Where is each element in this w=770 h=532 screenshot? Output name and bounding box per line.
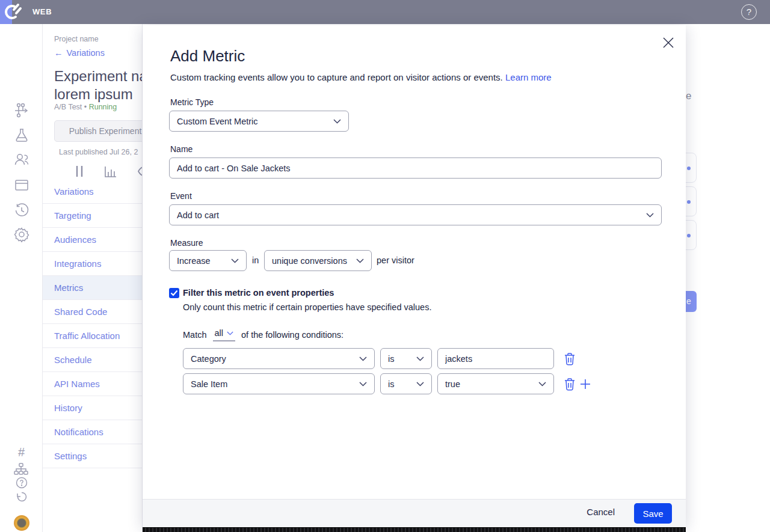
delete-condition-icon[interactable] bbox=[564, 352, 576, 365]
nav-item-variations[interactable]: Variations bbox=[43, 180, 143, 204]
nav-item-settings[interactable]: Settings bbox=[43, 444, 143, 468]
experiment-nav: Variations Targeting Audiences Integrati… bbox=[43, 180, 143, 468]
back-arrow-icon: ← bbox=[54, 48, 63, 58]
match-conditions-row: Match all of the following conditions: bbox=[183, 328, 343, 341]
nav-item-targeting[interactable]: Targeting bbox=[43, 204, 143, 228]
results-chart-icon[interactable] bbox=[103, 164, 118, 179]
chevron-down-icon bbox=[359, 356, 367, 361]
product-label: WEB bbox=[32, 7, 52, 16]
condition-property-select[interactable]: Sale Item bbox=[183, 373, 375, 394]
condition-row: Sale Item is true bbox=[183, 373, 664, 394]
top-bar: WEB ? bbox=[0, 0, 770, 24]
pages-icon[interactable] bbox=[14, 177, 29, 193]
pause-icon[interactable] bbox=[72, 164, 87, 179]
experiment-title: Experiment name lorem ipsum bbox=[54, 67, 143, 103]
delete-condition-icon[interactable] bbox=[564, 378, 576, 391]
history-icon[interactable] bbox=[14, 203, 29, 218]
cancel-button[interactable]: Cancel bbox=[587, 507, 615, 517]
condition-operator-select[interactable]: is bbox=[380, 373, 432, 394]
experiment-meta: A/B Test • Running bbox=[54, 103, 117, 111]
condition-property-select[interactable]: Category bbox=[183, 348, 375, 369]
help-icon[interactable]: ? bbox=[741, 4, 757, 20]
hash-icon[interactable]: # bbox=[0, 445, 43, 459]
last-published-text: Last published Jul 26, 2 bbox=[59, 148, 138, 156]
condition-row: Category is bbox=[183, 348, 664, 369]
condition-value-field bbox=[437, 348, 554, 369]
chevron-down-icon bbox=[416, 382, 424, 387]
modal-title: Add Metric bbox=[170, 47, 245, 66]
condition-value-input[interactable] bbox=[445, 354, 546, 364]
measure-in-text: in bbox=[252, 255, 259, 265]
measure-per-text: per visitor bbox=[377, 255, 414, 265]
help-circle-icon[interactable] bbox=[16, 477, 28, 489]
name-input[interactable] bbox=[177, 164, 654, 173]
metric-type-select[interactable]: Custom Event Metric bbox=[169, 111, 349, 132]
modal-subtitle: Custom tracking events allow you to capt… bbox=[170, 72, 552, 82]
event-select[interactable]: Add to cart bbox=[169, 204, 662, 225]
experiment-toolbar bbox=[43, 164, 143, 179]
close-icon[interactable] bbox=[662, 37, 674, 49]
chevron-down-icon bbox=[227, 331, 233, 335]
chevron-down-icon bbox=[333, 119, 341, 124]
status-badge: Running bbox=[89, 103, 117, 111]
save-button[interactable]: Save bbox=[634, 503, 672, 524]
check-icon bbox=[170, 290, 178, 296]
nav-item-notifications[interactable]: Notifications bbox=[43, 420, 143, 444]
nav-item-schedule[interactable]: Schedule bbox=[43, 348, 143, 372]
chevron-down-icon bbox=[646, 213, 654, 218]
chevron-down-icon bbox=[538, 382, 546, 387]
drag-dot-icon bbox=[687, 200, 691, 204]
gear-icon[interactable] bbox=[14, 227, 29, 242]
filter-checkbox[interactable] bbox=[169, 288, 179, 298]
event-label: Event bbox=[170, 191, 192, 201]
flask-icon[interactable] bbox=[14, 127, 29, 143]
audiences-icon[interactable] bbox=[14, 151, 29, 167]
optimizely-logo-icon[interactable] bbox=[4, 2, 23, 22]
filter-description: Only count this metric if certain proper… bbox=[183, 302, 431, 312]
measure-label: Measure bbox=[170, 238, 203, 248]
meta-separator: • bbox=[84, 103, 87, 111]
background-heading-fragment: e bbox=[686, 90, 691, 102]
preview-eye-icon[interactable] bbox=[137, 164, 143, 179]
add-metric-modal: Add Metric Custom tracking events allow … bbox=[143, 25, 686, 527]
nav-item-api-names[interactable]: API Names bbox=[43, 372, 143, 396]
metric-type-label: Metric Type bbox=[170, 97, 214, 107]
measure-aggregator-select[interactable]: Increase bbox=[169, 250, 247, 271]
back-to-variations-link[interactable]: ←Variations bbox=[54, 48, 105, 58]
add-condition-icon[interactable] bbox=[580, 378, 591, 391]
drag-dot-icon bbox=[687, 167, 691, 170]
chevron-down-icon bbox=[356, 258, 364, 263]
nav-item-audiences[interactable]: Audiences bbox=[43, 228, 143, 252]
chevron-down-icon bbox=[359, 382, 367, 387]
icon-rail: # bbox=[0, 24, 43, 532]
experiment-type: A/B Test bbox=[54, 103, 82, 111]
name-label: Name bbox=[170, 144, 192, 154]
background-dark-strip bbox=[143, 527, 686, 532]
nav-item-shared-code[interactable]: Shared Code bbox=[43, 300, 143, 324]
project-name-label: Project name bbox=[54, 35, 99, 43]
nav-item-metrics[interactable]: Metrics bbox=[43, 276, 143, 300]
nav-item-integrations[interactable]: Integrations bbox=[43, 252, 143, 276]
avatar[interactable] bbox=[14, 515, 29, 531]
measure-unit-select[interactable]: unique conversions bbox=[264, 250, 372, 271]
modal-footer: Cancel Save bbox=[143, 499, 686, 527]
publish-experiment-button[interactable]: Publish Experiment bbox=[54, 120, 143, 142]
nav-item-traffic-allocation[interactable]: Traffic Allocation bbox=[43, 324, 143, 348]
drag-dot-icon bbox=[687, 234, 691, 237]
rollout-flow-icon[interactable] bbox=[14, 102, 29, 118]
learn-more-link[interactable]: Learn more bbox=[505, 72, 552, 82]
name-field-wrap bbox=[169, 157, 662, 179]
condition-value-select[interactable]: true bbox=[437, 373, 554, 394]
undo-icon[interactable] bbox=[16, 491, 28, 502]
match-suffix: of the following conditions: bbox=[241, 330, 343, 340]
condition-operator-select[interactable]: is bbox=[380, 348, 432, 369]
match-prefix: Match bbox=[183, 330, 207, 340]
nav-item-history[interactable]: History bbox=[43, 396, 143, 420]
filter-checkbox-label[interactable]: Filter this metric on event properties bbox=[183, 288, 334, 298]
chevron-down-icon bbox=[231, 258, 239, 263]
sitemap-icon[interactable] bbox=[14, 463, 28, 476]
match-type-select[interactable]: all bbox=[213, 328, 236, 341]
experiment-side-panel: Project name ←Variations Experiment name… bbox=[43, 24, 143, 532]
chevron-down-icon bbox=[416, 356, 424, 361]
